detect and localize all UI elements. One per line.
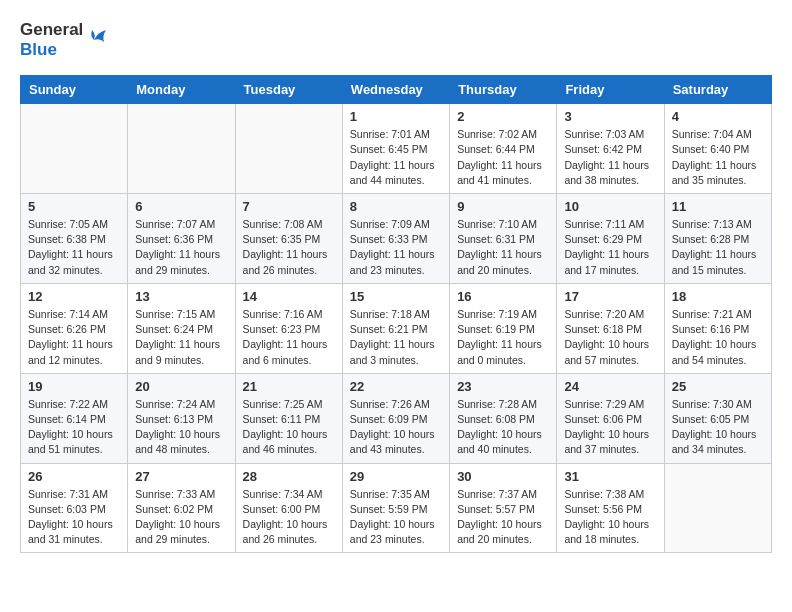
weekday-header: Friday [557, 76, 664, 104]
calendar-cell: 16Sunrise: 7:19 AMSunset: 6:19 PMDayligh… [450, 283, 557, 373]
day-number: 20 [135, 379, 227, 394]
day-number: 13 [135, 289, 227, 304]
calendar-cell: 2Sunrise: 7:02 AMSunset: 6:44 PMDaylight… [450, 104, 557, 194]
calendar-cell: 24Sunrise: 7:29 AMSunset: 6:06 PMDayligh… [557, 373, 664, 463]
day-number: 25 [672, 379, 764, 394]
day-info: Sunrise: 7:38 AMSunset: 5:56 PMDaylight:… [564, 487, 656, 548]
weekday-header-row: SundayMondayTuesdayWednesdayThursdayFrid… [21, 76, 772, 104]
calendar-cell: 18Sunrise: 7:21 AMSunset: 6:16 PMDayligh… [664, 283, 771, 373]
day-number: 27 [135, 469, 227, 484]
day-info: Sunrise: 7:34 AMSunset: 6:00 PMDaylight:… [243, 487, 335, 548]
calendar-week-row: 5Sunrise: 7:05 AMSunset: 6:38 PMDaylight… [21, 193, 772, 283]
day-info: Sunrise: 7:11 AMSunset: 6:29 PMDaylight:… [564, 217, 656, 278]
day-info: Sunrise: 7:03 AMSunset: 6:42 PMDaylight:… [564, 127, 656, 188]
day-info: Sunrise: 7:29 AMSunset: 6:06 PMDaylight:… [564, 397, 656, 458]
calendar-cell: 23Sunrise: 7:28 AMSunset: 6:08 PMDayligh… [450, 373, 557, 463]
day-number: 23 [457, 379, 549, 394]
day-info: Sunrise: 7:19 AMSunset: 6:19 PMDaylight:… [457, 307, 549, 368]
day-info: Sunrise: 7:33 AMSunset: 6:02 PMDaylight:… [135, 487, 227, 548]
calendar-cell: 17Sunrise: 7:20 AMSunset: 6:18 PMDayligh… [557, 283, 664, 373]
calendar-cell [128, 104, 235, 194]
day-info: Sunrise: 7:24 AMSunset: 6:13 PMDaylight:… [135, 397, 227, 458]
calendar-cell: 19Sunrise: 7:22 AMSunset: 6:14 PMDayligh… [21, 373, 128, 463]
calendar-cell: 14Sunrise: 7:16 AMSunset: 6:23 PMDayligh… [235, 283, 342, 373]
calendar-cell: 21Sunrise: 7:25 AMSunset: 6:11 PMDayligh… [235, 373, 342, 463]
calendar-week-row: 19Sunrise: 7:22 AMSunset: 6:14 PMDayligh… [21, 373, 772, 463]
logo-bird-icon [87, 27, 107, 53]
day-info: Sunrise: 7:04 AMSunset: 6:40 PMDaylight:… [672, 127, 764, 188]
day-number: 26 [28, 469, 120, 484]
day-number: 29 [350, 469, 442, 484]
day-info: Sunrise: 7:08 AMSunset: 6:35 PMDaylight:… [243, 217, 335, 278]
weekday-header: Monday [128, 76, 235, 104]
calendar-cell: 3Sunrise: 7:03 AMSunset: 6:42 PMDaylight… [557, 104, 664, 194]
day-info: Sunrise: 7:18 AMSunset: 6:21 PMDaylight:… [350, 307, 442, 368]
calendar-cell: 28Sunrise: 7:34 AMSunset: 6:00 PMDayligh… [235, 463, 342, 553]
day-number: 22 [350, 379, 442, 394]
logo: General Blue [20, 20, 107, 59]
day-info: Sunrise: 7:35 AMSunset: 5:59 PMDaylight:… [350, 487, 442, 548]
calendar-cell: 20Sunrise: 7:24 AMSunset: 6:13 PMDayligh… [128, 373, 235, 463]
calendar-cell: 27Sunrise: 7:33 AMSunset: 6:02 PMDayligh… [128, 463, 235, 553]
day-number: 16 [457, 289, 549, 304]
weekday-header: Saturday [664, 76, 771, 104]
logo-line2: Blue [20, 40, 83, 60]
day-number: 14 [243, 289, 335, 304]
logo-line1: General [20, 20, 83, 40]
day-info: Sunrise: 7:14 AMSunset: 6:26 PMDaylight:… [28, 307, 120, 368]
calendar-cell: 11Sunrise: 7:13 AMSunset: 6:28 PMDayligh… [664, 193, 771, 283]
day-number: 18 [672, 289, 764, 304]
calendar-week-row: 1Sunrise: 7:01 AMSunset: 6:45 PMDaylight… [21, 104, 772, 194]
calendar-cell: 13Sunrise: 7:15 AMSunset: 6:24 PMDayligh… [128, 283, 235, 373]
calendar-cell: 7Sunrise: 7:08 AMSunset: 6:35 PMDaylight… [235, 193, 342, 283]
day-number: 4 [672, 109, 764, 124]
day-number: 9 [457, 199, 549, 214]
day-info: Sunrise: 7:16 AMSunset: 6:23 PMDaylight:… [243, 307, 335, 368]
day-number: 11 [672, 199, 764, 214]
day-info: Sunrise: 7:10 AMSunset: 6:31 PMDaylight:… [457, 217, 549, 278]
calendar-cell: 25Sunrise: 7:30 AMSunset: 6:05 PMDayligh… [664, 373, 771, 463]
calendar-table: SundayMondayTuesdayWednesdayThursdayFrid… [20, 75, 772, 553]
day-number: 21 [243, 379, 335, 394]
calendar-cell: 30Sunrise: 7:37 AMSunset: 5:57 PMDayligh… [450, 463, 557, 553]
calendar-cell [664, 463, 771, 553]
day-info: Sunrise: 7:01 AMSunset: 6:45 PMDaylight:… [350, 127, 442, 188]
page-header: General Blue [20, 20, 772, 59]
day-number: 10 [564, 199, 656, 214]
day-number: 30 [457, 469, 549, 484]
calendar-cell: 10Sunrise: 7:11 AMSunset: 6:29 PMDayligh… [557, 193, 664, 283]
day-number: 2 [457, 109, 549, 124]
day-info: Sunrise: 7:30 AMSunset: 6:05 PMDaylight:… [672, 397, 764, 458]
day-info: Sunrise: 7:31 AMSunset: 6:03 PMDaylight:… [28, 487, 120, 548]
calendar-cell [235, 104, 342, 194]
day-number: 5 [28, 199, 120, 214]
day-number: 1 [350, 109, 442, 124]
day-number: 24 [564, 379, 656, 394]
day-number: 19 [28, 379, 120, 394]
day-number: 31 [564, 469, 656, 484]
day-info: Sunrise: 7:26 AMSunset: 6:09 PMDaylight:… [350, 397, 442, 458]
calendar-week-row: 12Sunrise: 7:14 AMSunset: 6:26 PMDayligh… [21, 283, 772, 373]
calendar-cell: 12Sunrise: 7:14 AMSunset: 6:26 PMDayligh… [21, 283, 128, 373]
day-info: Sunrise: 7:09 AMSunset: 6:33 PMDaylight:… [350, 217, 442, 278]
calendar-cell: 1Sunrise: 7:01 AMSunset: 6:45 PMDaylight… [342, 104, 449, 194]
day-info: Sunrise: 7:22 AMSunset: 6:14 PMDaylight:… [28, 397, 120, 458]
weekday-header: Wednesday [342, 76, 449, 104]
day-info: Sunrise: 7:15 AMSunset: 6:24 PMDaylight:… [135, 307, 227, 368]
day-info: Sunrise: 7:28 AMSunset: 6:08 PMDaylight:… [457, 397, 549, 458]
weekday-header: Tuesday [235, 76, 342, 104]
weekday-header: Sunday [21, 76, 128, 104]
day-info: Sunrise: 7:02 AMSunset: 6:44 PMDaylight:… [457, 127, 549, 188]
calendar-cell: 29Sunrise: 7:35 AMSunset: 5:59 PMDayligh… [342, 463, 449, 553]
day-info: Sunrise: 7:21 AMSunset: 6:16 PMDaylight:… [672, 307, 764, 368]
calendar-cell: 5Sunrise: 7:05 AMSunset: 6:38 PMDaylight… [21, 193, 128, 283]
day-info: Sunrise: 7:25 AMSunset: 6:11 PMDaylight:… [243, 397, 335, 458]
calendar-cell: 9Sunrise: 7:10 AMSunset: 6:31 PMDaylight… [450, 193, 557, 283]
day-info: Sunrise: 7:05 AMSunset: 6:38 PMDaylight:… [28, 217, 120, 278]
calendar-cell: 26Sunrise: 7:31 AMSunset: 6:03 PMDayligh… [21, 463, 128, 553]
calendar-cell: 22Sunrise: 7:26 AMSunset: 6:09 PMDayligh… [342, 373, 449, 463]
day-number: 12 [28, 289, 120, 304]
day-number: 15 [350, 289, 442, 304]
calendar-cell: 15Sunrise: 7:18 AMSunset: 6:21 PMDayligh… [342, 283, 449, 373]
day-info: Sunrise: 7:07 AMSunset: 6:36 PMDaylight:… [135, 217, 227, 278]
